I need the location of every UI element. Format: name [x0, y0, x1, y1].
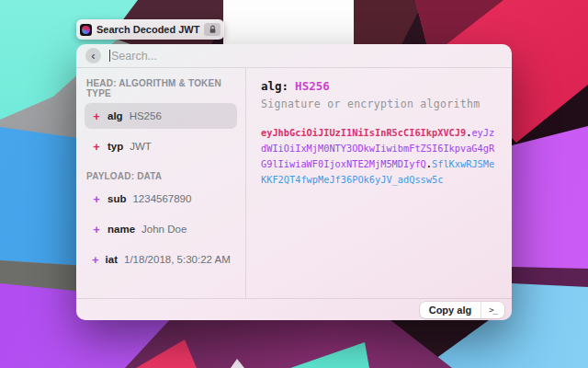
- action-bar: Copy alg >_: [76, 298, 512, 320]
- back-button[interactable]: ‹: [85, 48, 101, 63]
- item-value: John Doe: [141, 224, 187, 235]
- extension-window: ‹ Search... HEAD: ALGORITHM & TOKEN TYPE…: [76, 44, 512, 320]
- item-key: alg: [107, 110, 123, 121]
- plus-icon: +: [92, 192, 101, 206]
- list-item-name[interactable]: + name John Doe: [85, 216, 237, 242]
- plus-icon: +: [92, 140, 101, 154]
- item-key: typ: [107, 141, 123, 152]
- list-item-iat[interactable]: + iat 1/18/2018, 5:30:22 AM: [85, 247, 237, 272]
- window-body: HEAD: ALGORITHM & TOKEN TYPE + alg HS256…: [76, 68, 512, 298]
- item-value: JWT: [130, 141, 152, 152]
- desktop: Search Decoded JWT ‹ Search... HEAD: ALG…: [0, 0, 588, 368]
- results-list: HEAD: ALGORITHM & TOKEN TYPE + alg HS256…: [76, 68, 246, 298]
- detail-title: alg: HS256: [261, 79, 499, 93]
- search-input[interactable]: Search...: [111, 50, 157, 63]
- item-key: sub: [107, 193, 126, 204]
- jwt-token: eyJhbGciOiJIUzI1NiIsInR5cCI6IkpXVCJ9.eyJ…: [261, 125, 499, 188]
- item-key: name: [107, 224, 135, 235]
- item-key: iat: [106, 254, 118, 265]
- terminal-shortcut-icon[interactable]: >_: [481, 302, 504, 318]
- detail-subtitle: Signature or encryption algorithm: [261, 98, 499, 110]
- text-caret: [109, 50, 110, 62]
- jwt-token-header: eyJhbGciOiJIUzI1NiIsInR5cCI6IkpXVCJ9: [261, 127, 466, 138]
- plus-icon: +: [92, 109, 101, 123]
- item-value: 1/18/2018, 5:30:22 AM: [124, 254, 231, 265]
- section-header-payload: PAYLOAD: DATA: [86, 171, 237, 181]
- copy-alg-button[interactable]: Copy alg: [420, 302, 481, 318]
- search-bar: ‹ Search...: [76, 44, 512, 68]
- detail-panel: alg: HS256 Signature or encryption algor…: [246, 68, 512, 298]
- command-pill[interactable]: Search Decoded JWT: [76, 19, 224, 40]
- list-item-typ[interactable]: + typ JWT: [85, 133, 237, 159]
- detail-title-key: alg:: [261, 79, 288, 93]
- plus-icon: +: [92, 253, 99, 267]
- plus-icon: +: [92, 223, 101, 236]
- jwt-extension-icon: [80, 24, 92, 36]
- lock-icon[interactable]: [204, 23, 220, 36]
- list-item-sub[interactable]: + sub 1234567890: [85, 186, 237, 212]
- section-header-head: HEAD: ALGORITHM & TOKEN TYPE: [86, 78, 237, 98]
- item-value: HS256: [130, 110, 162, 121]
- action-button-group: Copy alg >_: [420, 302, 504, 318]
- command-pill-label: Search Decoded JWT: [96, 24, 199, 35]
- item-value: 1234567890: [132, 193, 191, 204]
- list-item-alg[interactable]: + alg HS256: [85, 103, 237, 129]
- detail-title-value: HS256: [295, 79, 330, 93]
